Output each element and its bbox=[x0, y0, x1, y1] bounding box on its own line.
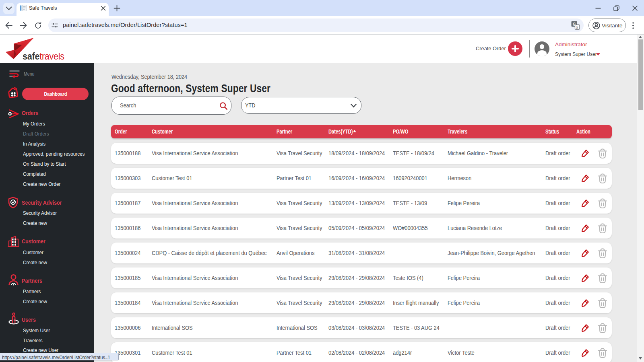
svg-text:x: x bbox=[576, 25, 578, 29]
